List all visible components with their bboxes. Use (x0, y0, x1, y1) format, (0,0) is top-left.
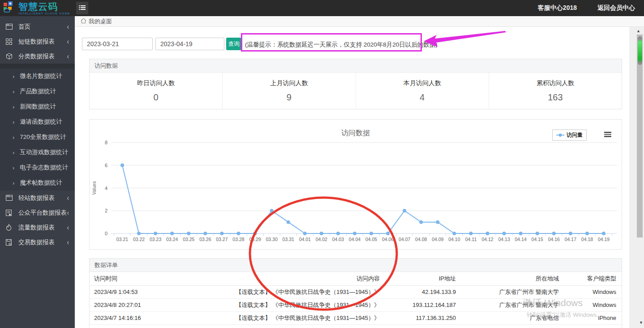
submenu-item-label: 电子杂志数据统计 (20, 164, 68, 172)
sidebar-item-label: 分类数据报表 (18, 52, 55, 60)
stat-last-month: 上月访问人数 9 (223, 73, 356, 109)
svg-text:04.04: 04.04 (349, 237, 361, 242)
sidebar-item-home[interactable]: 首页 ‹ (0, 19, 75, 34)
svg-text:03.31: 03.31 (283, 237, 294, 242)
cell-visit-content: 【连载文本】 《中华民族抗日战争史（1931—1945）》 (215, 285, 381, 298)
chevron-right-icon: › (13, 104, 14, 110)
back-to-member-link[interactable]: 返回会员中心 (597, 4, 635, 12)
window-icon (6, 23, 13, 30)
sidebar-item-lightsite-report[interactable]: 轻站数据报表 ‹ (0, 190, 75, 205)
sidebar-item-label: 公众平台数据报表 (18, 209, 67, 217)
svg-text:03.23: 03.23 (150, 237, 161, 242)
cell-ip: 193.112.164.187 (381, 298, 457, 311)
detail-table: 访问时间 访问内容 IP地址 所在地域 客户端类型 2023/4/9 1:04:… (90, 272, 623, 325)
submenu-item-label: 产品数据统计 (20, 87, 56, 95)
submenu-item-label: 720全景数据统计 (20, 133, 66, 141)
submenu-item-label: 新闻数据统计 (20, 103, 56, 111)
document-icon (6, 209, 13, 216)
sidebar-item-traffic-report[interactable]: 流量数据报表 ‹ (0, 220, 75, 235)
sidebar-item-label: 交易数据报表 (18, 238, 55, 246)
submenu-item-e-magazine[interactable]: ›电子杂志数据统计 (0, 160, 75, 175)
cell-visit-time: 2023/4/7 14:16:16 (90, 311, 215, 324)
svg-text:04.03: 04.03 (332, 237, 344, 242)
svg-text:03.29: 03.29 (249, 237, 261, 242)
home-icon (81, 18, 86, 25)
submenu-item-product[interactable]: ›产品数据统计 (0, 84, 75, 99)
svg-text:04.13: 04.13 (498, 237, 510, 242)
table-row: 2023/4/7 14:16:16 【连载文本】 《中华民族抗日战争史（1931… (90, 311, 623, 324)
sidebar-toggle-button[interactable] (76, 2, 88, 14)
svg-text:04.01: 04.01 (299, 237, 311, 242)
logo-subtitle: INTELLIGENT CLOUD CODE (18, 12, 70, 15)
grid-icon (6, 38, 13, 45)
start-date-input[interactable] (82, 38, 153, 50)
scrollbar-up-arrow[interactable]: ▲ (636, 29, 640, 33)
svg-text:03.25: 03.25 (183, 237, 194, 242)
col-region: 所在地域 (457, 272, 560, 285)
stat-value: 9 (287, 92, 292, 103)
scrollbar-thumb[interactable] (638, 36, 642, 65)
svg-text:Values: Values (92, 181, 97, 195)
svg-text:04.15: 04.15 (532, 237, 543, 242)
col-visit-content: 访问内容 (215, 272, 381, 285)
col-ip: IP地址 (381, 272, 457, 285)
sidebar-item-shortlink-report[interactable]: 短链数据报表 ‹ (0, 34, 75, 49)
svg-text:04.12: 04.12 (481, 237, 493, 242)
stat-value: 4 (420, 92, 425, 103)
table-header-row: 访问时间 访问内容 IP地址 所在地域 客户端类型 (90, 272, 623, 285)
cell-ip: 117.136.31.250 (381, 311, 457, 324)
submenu-item-label: 微名片数据统计 (20, 72, 62, 80)
cell-region: 广东省电信 (457, 311, 560, 324)
tip-text: (温馨提示：系统数据延迟一天展示，仅支持 2020年8月20日以后的数据) (245, 41, 438, 49)
flame-icon (6, 224, 13, 231)
table-panel-title: 数据详单 (90, 259, 622, 272)
table-row: 2023/4/8 20:27:01 【连载文本】 《中华民族抗日战争史（1931… (90, 298, 623, 311)
logo-icon (4, 1, 16, 15)
hamburger-icon (79, 4, 86, 12)
sidebar-item-label: 首页 (18, 23, 30, 31)
submenu-item-invitation[interactable]: ›邀请函数据统计 (0, 114, 75, 129)
cell-region: 广东省广州市 暨南大学 (457, 298, 560, 311)
window2-icon (6, 194, 13, 201)
end-date-input[interactable] (155, 38, 224, 50)
submenu-item-magic-post[interactable]: ›魔术帖数据统计 (0, 175, 75, 190)
cell-client-type: Windows (560, 285, 623, 298)
visit-chart-svg: 0246803.2103.2203.2303.2403.2503.2603.27… (90, 120, 622, 249)
svg-text:03.26: 03.26 (199, 237, 211, 242)
submenu-item-720-panorama[interactable]: ›720全景数据统计 (0, 129, 75, 145)
sidebar-item-transaction-report[interactable]: 交易数据报表 ‹ (0, 235, 75, 250)
stat-this-month: 本月访问人数 4 (356, 73, 489, 109)
submenu-item-label: 邀请函数据统计 (20, 118, 62, 126)
col-client-type: 客户端类型 (560, 272, 623, 285)
svg-text:04.16: 04.16 (548, 237, 560, 242)
scrollbar-track[interactable] (637, 35, 643, 237)
table-row: 2023/4/9 1:04:53 【连载文本】 《中华民族抗日战争史（1931—… (90, 285, 623, 298)
svg-text:04.08: 04.08 (415, 237, 427, 242)
submenu-item-news[interactable]: ›新闻数据统计 (0, 99, 75, 114)
submenu-item-interactive-game[interactable]: ›互动游戏数据统计 (0, 145, 75, 160)
query-button[interactable]: 查询 (226, 38, 241, 50)
svg-text:03.22: 03.22 (133, 237, 145, 242)
scrollbar-down-arrow[interactable]: ▼ (639, 320, 643, 325)
svg-text:4: 4 (105, 186, 107, 191)
svg-text:04.05: 04.05 (365, 237, 377, 242)
chevron-left-icon: ‹ (67, 224, 69, 232)
svg-text:03.30: 03.30 (266, 237, 277, 242)
chevron-right-icon: › (13, 119, 14, 125)
service-center-link[interactable]: 客服中心2018 (538, 4, 577, 12)
sidebar-item-category-report[interactable]: 分类数据报表 ‹ (0, 49, 75, 64)
stat-value: 0 (154, 92, 159, 103)
sidebar-item-public-platform-report[interactable]: 公众平台数据报表 ‹ (0, 205, 75, 220)
breadcrumb-label: 我的桌面 (89, 17, 112, 26)
logo-title: 智慧云码 (18, 2, 70, 11)
submenu-item-label: 魔术帖数据统计 (20, 179, 62, 187)
cell-region: 广东省广州市 暨南大学 (457, 285, 560, 298)
submenu-item-micro-card[interactable]: ›微名片数据统计 (0, 69, 75, 84)
svg-text:04.09: 04.09 (432, 237, 443, 242)
chevron-left-icon: ‹ (67, 194, 69, 202)
stat-value: 163 (548, 92, 562, 103)
svg-text:04.14: 04.14 (515, 237, 527, 242)
chevron-right-icon: › (13, 73, 14, 80)
svg-text:04.02: 04.02 (316, 237, 327, 242)
cell-visit-content: 【连载文本】 《中华民族抗日战争史（1931—1945）》 (215, 311, 381, 324)
